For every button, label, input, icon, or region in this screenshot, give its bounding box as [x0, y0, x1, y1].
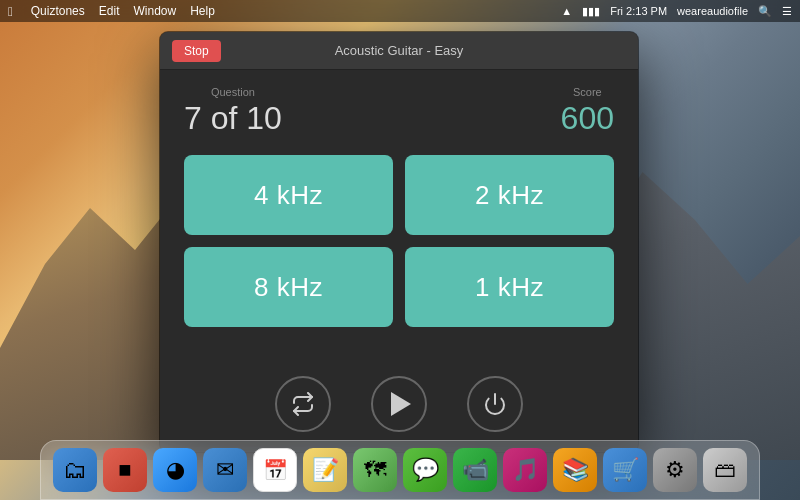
stop-button[interactable]: Stop — [172, 40, 221, 62]
menu-help[interactable]: Help — [190, 4, 215, 18]
answer-grid: 4 kHz 2 kHz 8 kHz 1 kHz — [184, 155, 614, 327]
dock-icon-systemprefs[interactable]: ⚙ — [653, 448, 697, 492]
window-content: Question 7 of 10 Score 600 4 kHz 2 kHz 8… — [160, 70, 638, 452]
power-icon — [483, 392, 507, 416]
menu-bar-right: ▲ ▮▮▮ Fri 2:13 PM weareaudiofile 🔍 ☰ — [561, 5, 792, 18]
repeat-icon — [291, 392, 315, 416]
search-icon[interactable]: 🔍 — [758, 5, 772, 18]
dock: 🗂 ■ ◕ ✉ 📅 📝 🗺 💬 📹 🎵 📚 🛒 ⚙ 🗃 — [40, 440, 760, 500]
answer-button-2khz[interactable]: 2 kHz — [405, 155, 614, 235]
answer-button-4khz[interactable]: 4 kHz — [184, 155, 393, 235]
dock-icon-maps[interactable]: 🗺 — [353, 448, 397, 492]
question-block: Question 7 of 10 — [184, 86, 282, 137]
dock-icon-appstore[interactable]: 🛒 — [603, 448, 647, 492]
dock-icon-finder2[interactable]: 🗃 — [703, 448, 747, 492]
question-value: 7 of 10 — [184, 100, 282, 137]
username: weareaudiofile — [677, 5, 748, 17]
score-block: Score 600 — [561, 86, 614, 137]
play-button[interactable] — [371, 376, 427, 432]
app-window: Stop Acoustic Guitar - Easy Question 7 o… — [160, 32, 638, 452]
stats-row: Question 7 of 10 Score 600 — [184, 86, 614, 137]
answer-button-8khz[interactable]: 8 kHz — [184, 247, 393, 327]
app-menu-name[interactable]: Quiztones — [31, 4, 85, 18]
dock-icon-facetime[interactable]: 📹 — [453, 448, 497, 492]
answer-button-1khz[interactable]: 1 kHz — [405, 247, 614, 327]
dock-icon-finder[interactable]: 🗂 — [53, 448, 97, 492]
dock-icon-safari[interactable]: ◕ — [153, 448, 197, 492]
menu-bar-left:  Quiztones Edit Window Help — [8, 4, 215, 19]
controls-row — [275, 376, 523, 432]
question-label: Question — [211, 86, 255, 98]
menu-window[interactable]: Window — [133, 4, 176, 18]
power-button[interactable] — [467, 376, 523, 432]
title-bar: Stop Acoustic Guitar - Easy — [160, 32, 638, 70]
notification-icon[interactable]: ☰ — [782, 5, 792, 18]
apple-menu[interactable]:  — [8, 4, 13, 19]
desktop:  Quiztones Edit Window Help ▲ ▮▮▮ Fri 2… — [0, 0, 800, 500]
menu-bar:  Quiztones Edit Window Help ▲ ▮▮▮ Fri 2… — [0, 0, 800, 22]
dock-icon-itunes[interactable]: 🎵 — [503, 448, 547, 492]
menu-edit[interactable]: Edit — [99, 4, 120, 18]
play-icon — [391, 392, 411, 416]
battery-icon: ▮▮▮ — [582, 5, 600, 18]
dock-icon-notes[interactable]: 📝 — [303, 448, 347, 492]
dock-icon-mail[interactable]: ✉ — [203, 448, 247, 492]
score-value: 600 — [561, 100, 614, 137]
window-title: Acoustic Guitar - Easy — [335, 43, 464, 58]
dock-icon-launchpad[interactable]: ■ — [103, 448, 147, 492]
wifi-icon: ▲ — [561, 5, 572, 17]
dock-icon-messages[interactable]: 💬 — [403, 448, 447, 492]
dock-icon-ibooks[interactable]: 📚 — [553, 448, 597, 492]
dock-icon-calendar[interactable]: 📅 — [253, 448, 297, 492]
repeat-button[interactable] — [275, 376, 331, 432]
score-label: Score — [573, 86, 602, 98]
clock: Fri 2:13 PM — [610, 5, 667, 17]
